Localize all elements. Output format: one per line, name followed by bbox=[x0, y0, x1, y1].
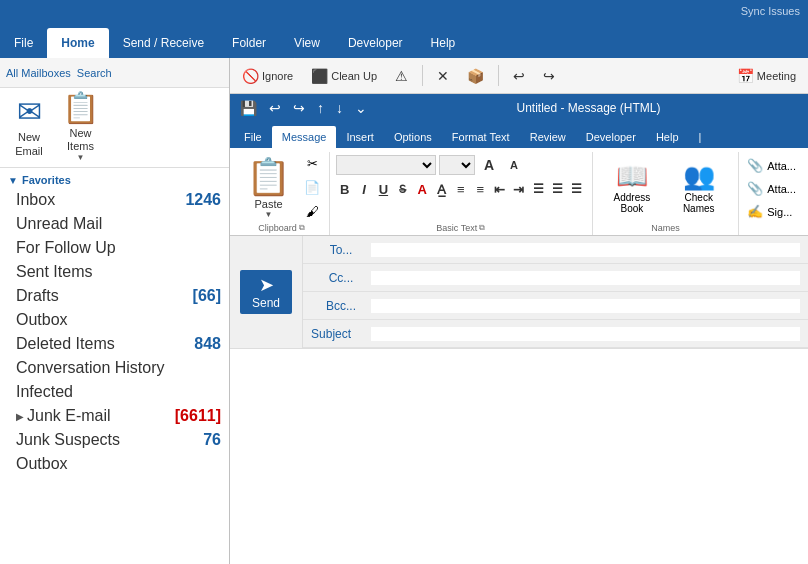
divider bbox=[422, 65, 423, 86]
redo-button[interactable]: ↪ bbox=[289, 98, 309, 118]
ignore-icon: 🚫 bbox=[242, 68, 259, 84]
up-button[interactable]: ↑ bbox=[313, 98, 328, 118]
attach-item-icon: 📎 bbox=[747, 181, 763, 196]
shrink-font-button[interactable]: A bbox=[503, 154, 525, 176]
compose-tab-format-text[interactable]: Format Text bbox=[442, 126, 520, 148]
compose-tab-file[interactable]: File bbox=[234, 126, 272, 148]
clean-up-button[interactable]: ⬛ Clean Up bbox=[303, 65, 385, 87]
compose-fields-area: ➤ Send To... Cc... Bcc... bbox=[230, 236, 808, 349]
font-family-select[interactable] bbox=[336, 155, 436, 175]
compose-tab-developer[interactable]: Developer bbox=[576, 126, 646, 148]
subject-input[interactable] bbox=[371, 327, 800, 341]
cc-button[interactable]: Cc... bbox=[311, 271, 371, 285]
main-layout: All Mailboxes Search ✉ New Email 📋 New I… bbox=[0, 58, 808, 564]
check-names-button[interactable]: 👥 Check Names bbox=[667, 156, 730, 218]
text-color-button[interactable]: A bbox=[413, 178, 430, 200]
to-button[interactable]: To... bbox=[311, 243, 371, 257]
down-button[interactable]: ↓ bbox=[332, 98, 347, 118]
meeting-button[interactable]: 📅 Meeting bbox=[729, 65, 804, 87]
format-painter-button[interactable]: 🖌 bbox=[301, 200, 323, 222]
tab-help[interactable]: Help bbox=[417, 28, 470, 58]
send-button[interactable]: ➤ Send bbox=[240, 270, 292, 314]
reply-icon: ↩ bbox=[513, 68, 525, 84]
cc-input[interactable] bbox=[371, 271, 800, 285]
names-buttons: 📖 Address Book 👥 Check Names bbox=[601, 156, 731, 218]
ignore-button[interactable]: 🚫 Ignore bbox=[234, 65, 301, 87]
bcc-input[interactable] bbox=[371, 299, 800, 313]
compose-tab-pipe: | bbox=[689, 126, 712, 148]
sidebar-item-junk-email[interactable]: ▶ Junk E-mail [6611] bbox=[0, 404, 229, 428]
tab-folder[interactable]: Folder bbox=[218, 28, 280, 58]
forward-icon: ↪ bbox=[543, 68, 555, 84]
reply-button[interactable]: ↩ bbox=[505, 65, 533, 87]
increase-indent-button[interactable]: ⇥ bbox=[510, 178, 527, 200]
delete-button[interactable]: ✕ bbox=[429, 65, 457, 87]
underline-button[interactable]: U bbox=[375, 178, 392, 200]
drafts-label: Drafts bbox=[16, 287, 59, 305]
names-label: Names bbox=[593, 223, 739, 233]
undo-button[interactable]: ↩ bbox=[265, 98, 285, 118]
more-qa-button[interactable]: ⌄ bbox=[351, 98, 371, 118]
attach-file-button[interactable]: 📎 Atta... bbox=[745, 156, 798, 175]
strikethrough-button[interactable]: S̶ bbox=[394, 178, 411, 200]
attach-item-button[interactable]: 📎 Atta... bbox=[745, 179, 798, 198]
bullets-button[interactable]: ≡ bbox=[452, 178, 469, 200]
tab-send-receive[interactable]: Send / Receive bbox=[109, 28, 218, 58]
sidebar-item-outbox2[interactable]: Outbox bbox=[0, 452, 229, 476]
new-email-button[interactable]: ✉ New Email bbox=[4, 92, 54, 160]
sidebar-item-infected[interactable]: Infected bbox=[0, 380, 229, 404]
cut-button[interactable]: ✂ bbox=[301, 152, 323, 174]
attach-item-label: Atta... bbox=[767, 183, 796, 195]
subject-field-row: Subject bbox=[303, 320, 808, 348]
paste-button[interactable]: 📋 Paste ▼ bbox=[240, 152, 297, 222]
compose-tab-options[interactable]: Options bbox=[384, 126, 442, 148]
save-button[interactable]: 💾 bbox=[236, 98, 261, 118]
sidebar-item-inbox[interactable]: Inbox 1246 bbox=[0, 188, 229, 212]
grow-font-button[interactable]: A bbox=[478, 154, 500, 176]
decrease-indent-button[interactable]: ⇤ bbox=[491, 178, 508, 200]
junk-button[interactable]: ⚠ bbox=[387, 65, 416, 87]
signature-button[interactable]: ✍ Sig... bbox=[745, 202, 798, 221]
bcc-button[interactable]: Bcc... bbox=[311, 299, 371, 313]
highlight-button[interactable]: A̲ bbox=[433, 178, 450, 200]
sidebar-item-sent-items[interactable]: Sent Items bbox=[0, 260, 229, 284]
sidebar-item-for-follow-up[interactable]: For Follow Up bbox=[0, 236, 229, 260]
align-left-button[interactable]: ☰ bbox=[530, 178, 547, 200]
sidebar-item-drafts[interactable]: Drafts [66] bbox=[0, 284, 229, 308]
search-sidebar-btn[interactable]: Search bbox=[77, 67, 112, 79]
tab-file[interactable]: File bbox=[0, 28, 47, 58]
deleted-items-label: Deleted Items bbox=[16, 335, 115, 353]
new-items-button[interactable]: 📋 New Items ▼ bbox=[54, 92, 107, 160]
address-book-button[interactable]: 📖 Address Book bbox=[601, 156, 664, 218]
align-right-button[interactable]: ☰ bbox=[568, 178, 585, 200]
favorites-header[interactable]: ▼ Favorites bbox=[0, 168, 229, 188]
tab-home[interactable]: Home bbox=[47, 28, 108, 58]
copy-button[interactable]: 📄 bbox=[301, 176, 323, 198]
compose-body[interactable] bbox=[230, 349, 808, 564]
all-mailboxes-btn[interactable]: All Mailboxes bbox=[6, 67, 71, 79]
tab-developer[interactable]: Developer bbox=[334, 28, 417, 58]
sidebar-item-junk-suspects[interactable]: Junk Suspects 76 bbox=[0, 428, 229, 452]
align-center-button[interactable]: ☰ bbox=[549, 178, 566, 200]
signature-icon: ✍ bbox=[747, 204, 763, 219]
italic-button[interactable]: I bbox=[355, 178, 372, 200]
new-items-icon: 📋 bbox=[62, 90, 99, 125]
compose-tab-bar: File Message Insert Options Format Text … bbox=[230, 122, 808, 148]
sidebar-item-outbox[interactable]: Outbox bbox=[0, 308, 229, 332]
compose-tab-review[interactable]: Review bbox=[520, 126, 576, 148]
archive-button[interactable]: 📦 bbox=[459, 65, 492, 87]
tab-view[interactable]: View bbox=[280, 28, 334, 58]
font-size-select[interactable] bbox=[439, 155, 475, 175]
compose-tab-insert[interactable]: Insert bbox=[336, 126, 384, 148]
archive-icon: 📦 bbox=[467, 68, 484, 84]
sidebar-item-conversation-history[interactable]: Conversation History bbox=[0, 356, 229, 380]
compose-tab-message[interactable]: Message bbox=[272, 126, 337, 148]
bold-button[interactable]: B bbox=[336, 178, 353, 200]
to-input[interactable] bbox=[371, 243, 800, 257]
sidebar-item-deleted-items[interactable]: Deleted Items 848 bbox=[0, 332, 229, 356]
compose-tab-help[interactable]: Help bbox=[646, 126, 689, 148]
sidebar-item-unread-mail[interactable]: Unread Mail bbox=[0, 212, 229, 236]
forward-button[interactable]: ↪ bbox=[535, 65, 563, 87]
numbering-button[interactable]: ≡ bbox=[472, 178, 489, 200]
compose-ribbon: 📋 Paste ▼ ✂ 📄 🖌 Clipboard ⧉ bbox=[230, 148, 808, 236]
